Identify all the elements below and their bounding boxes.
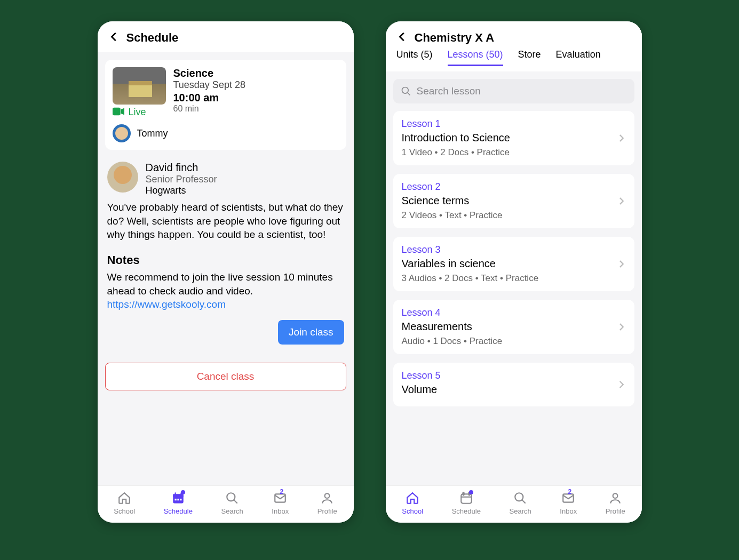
- nav-search[interactable]: Search: [510, 491, 531, 515]
- tab-evaluation[interactable]: Evaluation: [556, 49, 601, 66]
- nav-label: Schedule: [164, 507, 193, 515]
- chevron-right-icon: [616, 259, 626, 269]
- lesson-item[interactable]: Lesson 2 Science terms 2 Videos • Text •…: [393, 174, 634, 228]
- svg-rect-7: [174, 492, 176, 495]
- inbox-badge: 2: [280, 488, 283, 495]
- nav-label: Inbox: [272, 507, 289, 515]
- cancel-class-button[interactable]: Cancel class: [105, 363, 346, 390]
- svg-rect-0: [113, 107, 121, 115]
- schedule-content: Live Science Tuesday Sept 28 10:00 am 60…: [98, 52, 354, 485]
- lesson-label: Lesson 1: [402, 118, 510, 130]
- phone-lessons: Chemistry X A Units (5) Lessons (50) Sto…: [386, 21, 642, 523]
- nav-label: Profile: [317, 507, 337, 515]
- professor-block: David finch Senior Professor Hogwarts: [105, 158, 346, 196]
- svg-point-9: [227, 493, 235, 501]
- live-label: Live: [129, 107, 146, 118]
- lesson-label: Lesson 4: [402, 307, 503, 318]
- tab-lessons[interactable]: Lessons (50): [448, 49, 503, 66]
- class-thumbnail: [113, 67, 166, 105]
- page-title: Chemistry X A: [415, 31, 495, 45]
- nav-label: School: [402, 507, 423, 515]
- tab-units[interactable]: Units (5): [396, 49, 433, 66]
- svg-rect-6: [180, 499, 181, 500]
- video-icon: [113, 107, 124, 118]
- professor-org: Hogwarts: [146, 185, 217, 196]
- class-time: 10:00 am: [173, 92, 245, 104]
- lesson-meta: Audio • 1 Docs • Practice: [402, 336, 503, 347]
- nav-school[interactable]: School: [114, 491, 135, 515]
- professor-title: Senior Professor: [146, 174, 217, 185]
- svg-line-20: [522, 500, 526, 503]
- class-subject: Science: [173, 67, 245, 79]
- lesson-meta: 1 Video • 2 Docs • Practice: [402, 147, 510, 158]
- svg-point-22: [613, 493, 618, 498]
- tabs: Units (5) Lessons (50) Store Evaluation: [386, 49, 642, 71]
- chevron-right-icon: [616, 322, 626, 332]
- nav-schedule[interactable]: Schedule: [452, 491, 481, 515]
- lesson-item[interactable]: Lesson 5 Volume: [393, 363, 634, 406]
- lesson-name: Science terms: [402, 195, 503, 207]
- lesson-item[interactable]: Lesson 4 Measurements Audio • 1 Docs • P…: [393, 300, 634, 354]
- svg-line-10: [234, 500, 237, 503]
- notes-link[interactable]: https://www.getskooly.com: [107, 299, 226, 310]
- professor-avatar: [107, 162, 138, 193]
- phone-schedule: Schedule Live Science Tuesday Sept 28: [98, 21, 354, 523]
- svg-point-19: [515, 493, 523, 501]
- lesson-item[interactable]: Lesson 3 Variables in science 3 Audios •…: [393, 237, 634, 291]
- student-avatar: [113, 124, 131, 142]
- search-input[interactable]: Search lesson: [393, 79, 634, 103]
- header: Chemistry X A: [386, 21, 642, 49]
- svg-rect-17: [463, 492, 464, 495]
- notification-dot-icon: [181, 490, 185, 494]
- nav-label: Search: [221, 507, 243, 515]
- svg-rect-3: [173, 494, 184, 497]
- lesson-name: Introduction to Science: [402, 132, 510, 144]
- notes-heading: Notes: [105, 242, 346, 270]
- chevron-right-icon: [616, 380, 626, 389]
- lesson-meta: 3 Audios • 2 Docs • Text • Practice: [402, 273, 539, 284]
- svg-rect-5: [177, 499, 179, 500]
- notification-dot-icon: [469, 490, 473, 494]
- chevron-right-icon: [616, 133, 626, 143]
- header: Schedule: [98, 21, 354, 52]
- nav-schedule[interactable]: Schedule: [164, 491, 193, 515]
- class-description: You've probably heard of scientists, but…: [105, 196, 346, 242]
- chevron-right-icon: [616, 196, 626, 206]
- back-icon[interactable]: [108, 31, 120, 45]
- nav-school[interactable]: School: [402, 491, 423, 515]
- lesson-item[interactable]: Lesson 1 Introduction to Science 1 Video…: [393, 111, 634, 165]
- svg-line-14: [407, 93, 410, 95]
- notes-text: We recommend to join the live session 10…: [107, 271, 333, 297]
- nav-inbox[interactable]: 2 Inbox: [560, 491, 577, 515]
- lesson-meta: 2 Videos • Text • Practice: [402, 210, 503, 221]
- nav-profile[interactable]: Profile: [317, 491, 337, 515]
- nav-search[interactable]: Search: [221, 491, 243, 515]
- lesson-label: Lesson 2: [402, 181, 503, 193]
- lessons-list: Lesson 1 Introduction to Science 1 Video…: [386, 111, 642, 485]
- class-card[interactable]: Live Science Tuesday Sept 28 10:00 am 60…: [105, 60, 346, 150]
- lesson-name: Measurements: [402, 321, 503, 333]
- svg-point-13: [402, 87, 408, 94]
- nav-label: Inbox: [560, 507, 577, 515]
- bottom-nav: School Schedule Search 2 Inbox Profile: [386, 485, 642, 523]
- inbox-badge: 2: [568, 488, 571, 495]
- page-title: Schedule: [126, 31, 179, 45]
- nav-label: Profile: [606, 507, 625, 515]
- svg-point-12: [325, 493, 330, 498]
- lesson-name: Volume: [402, 383, 441, 396]
- tab-store[interactable]: Store: [518, 49, 541, 66]
- class-duration: 60 min: [173, 104, 245, 114]
- lesson-label: Lesson 5: [402, 370, 441, 381]
- svg-marker-1: [121, 108, 124, 115]
- join-class-button[interactable]: Join class: [278, 320, 344, 345]
- lesson-label: Lesson 3: [402, 244, 539, 255]
- lesson-name: Variables in science: [402, 258, 539, 270]
- search-placeholder: Search lesson: [417, 85, 481, 97]
- nav-label: School: [114, 507, 135, 515]
- nav-label: Schedule: [452, 507, 481, 515]
- nav-profile[interactable]: Profile: [606, 491, 625, 515]
- search-icon: [401, 86, 411, 97]
- nav-inbox[interactable]: 2 Inbox: [272, 491, 289, 515]
- back-icon[interactable]: [396, 31, 408, 45]
- class-date: Tuesday Sept 28: [173, 79, 245, 91]
